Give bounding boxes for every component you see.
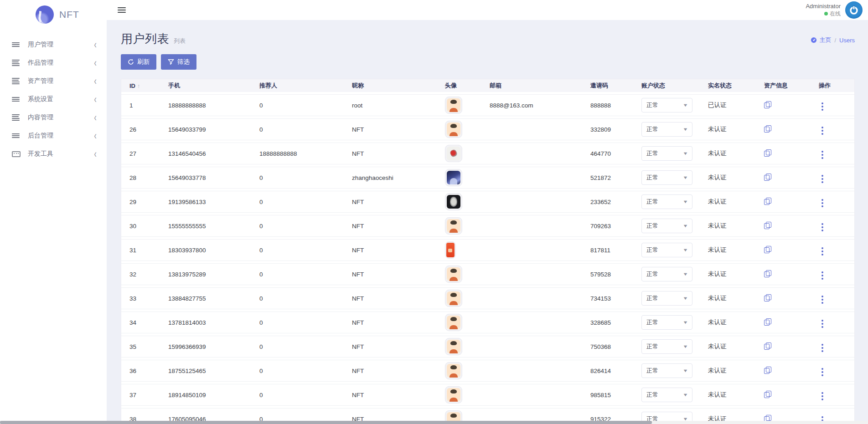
- sidebar-item-7[interactable]: 开发工具‹: [0, 145, 107, 163]
- avatar[interactable]: [445, 314, 462, 331]
- copy-icon[interactable]: [764, 391, 771, 398]
- copy-icon[interactable]: [764, 125, 771, 133]
- col-email[interactable]: 邮箱: [481, 79, 582, 92]
- col-referrer[interactable]: 推荐人: [251, 79, 344, 92]
- more-actions-icon[interactable]: [819, 198, 826, 209]
- copy-icon[interactable]: [764, 101, 771, 108]
- sidebar-item-1[interactable]: 用户管理‹: [0, 36, 107, 54]
- cell-asset-info: [756, 360, 811, 382]
- more-actions-icon[interactable]: [819, 318, 826, 329]
- cell-actions: [811, 167, 855, 189]
- cell-actions: [811, 312, 855, 333]
- cell-referrer: 0: [251, 239, 344, 261]
- scrollbar-thumb[interactable]: [0, 421, 652, 424]
- avatar[interactable]: [445, 145, 462, 162]
- avatar[interactable]: [445, 290, 462, 307]
- table-row: 28 15649033778 0 zhanghaoceshi 521872 正常…: [121, 167, 855, 189]
- account-status-select[interactable]: 正常 ▼: [641, 267, 692, 281]
- horizontal-scrollbar[interactable]: [0, 421, 868, 424]
- more-actions-icon[interactable]: [819, 270, 826, 281]
- more-actions-icon[interactable]: [819, 246, 826, 257]
- cell-phone: 18755125465: [160, 360, 251, 382]
- more-actions-icon[interactable]: [819, 125, 826, 136]
- sidebar-item-6[interactable]: 后台管理‹: [0, 127, 107, 145]
- cell-account-status: 正常 ▼: [633, 263, 700, 285]
- copy-icon[interactable]: [764, 149, 771, 157]
- cell-account-status: 正常 ▼: [633, 336, 700, 358]
- account-status-select[interactable]: 正常 ▼: [641, 243, 692, 257]
- copy-icon[interactable]: [764, 246, 771, 253]
- brand[interactable]: NFT: [0, 0, 107, 29]
- user-avatar[interactable]: [845, 1, 863, 19]
- chevron-left-icon: ‹: [94, 130, 97, 141]
- cell-referrer: 0: [251, 336, 344, 358]
- cell-avatar: [437, 360, 481, 382]
- copy-icon[interactable]: [764, 198, 771, 205]
- sidebar-item-4[interactable]: 系统设置‹: [0, 90, 107, 108]
- avatar[interactable]: [445, 386, 462, 404]
- avatar[interactable]: [445, 193, 462, 210]
- col-invite[interactable]: 邀请码: [582, 79, 633, 92]
- sidebar-item-3[interactable]: 资产管理‹: [0, 72, 107, 90]
- more-actions-icon[interactable]: [819, 294, 826, 305]
- account-status-select[interactable]: 正常 ▼: [641, 170, 692, 185]
- avatar[interactable]: [445, 121, 462, 138]
- more-actions-icon[interactable]: [819, 101, 826, 112]
- more-actions-icon[interactable]: [819, 342, 826, 353]
- account-status-select[interactable]: 正常 ▼: [641, 98, 692, 112]
- table-header-row: ID↑ 手机 推荐人 昵称 头像 邮箱 邀请码 账户状态 实名状态 资产信息 操…: [121, 79, 855, 92]
- account-status-select[interactable]: 正常 ▼: [641, 291, 692, 306]
- cell-asset-info: [756, 94, 811, 116]
- more-actions-icon[interactable]: [819, 367, 826, 378]
- account-status-select[interactable]: 正常 ▼: [641, 122, 692, 137]
- copy-icon[interactable]: [764, 342, 771, 350]
- copy-icon[interactable]: [764, 174, 771, 181]
- toolbar: 刷新 筛选: [121, 54, 855, 70]
- breadcrumb-home-link[interactable]: 主页: [811, 36, 831, 44]
- account-status-select[interactable]: 正常 ▼: [641, 219, 692, 233]
- avatar[interactable]: [445, 241, 456, 259]
- col-id[interactable]: ID↑: [121, 79, 160, 92]
- avatar[interactable]: [445, 217, 462, 235]
- cell-id: 34: [121, 312, 160, 333]
- sidebar-item-2[interactable]: 作品管理‹: [0, 54, 107, 72]
- more-actions-icon[interactable]: [819, 149, 826, 160]
- filter-button[interactable]: 筛选: [161, 54, 196, 70]
- avatar[interactable]: [445, 97, 462, 114]
- col-nickname[interactable]: 昵称: [344, 79, 437, 92]
- account-status-select[interactable]: 正常 ▼: [641, 363, 692, 378]
- copy-icon[interactable]: [764, 270, 771, 277]
- account-status-select[interactable]: 正常 ▼: [641, 388, 692, 402]
- account-status-select[interactable]: 正常 ▼: [641, 194, 692, 209]
- cell-invite: 888888: [582, 94, 633, 116]
- sort-asc-icon: ↑: [137, 83, 140, 89]
- more-actions-icon[interactable]: [819, 222, 826, 233]
- cell-avatar: [437, 287, 481, 309]
- power-icon: [848, 5, 859, 15]
- account-status-select[interactable]: 正常 ▼: [641, 339, 692, 354]
- copy-icon[interactable]: [764, 294, 771, 301]
- copy-icon[interactable]: [764, 367, 771, 374]
- cell-referrer: 0: [251, 215, 344, 237]
- copy-icon[interactable]: [764, 222, 771, 229]
- avatar[interactable]: [445, 266, 462, 283]
- col-phone[interactable]: 手机: [160, 79, 251, 92]
- account-status-select[interactable]: 正常 ▼: [641, 146, 692, 161]
- cell-realname-status: 未认证: [700, 167, 756, 189]
- refresh-button[interactable]: 刷新: [121, 54, 156, 70]
- table-row: 26 15649033799 0 NFT 332809 正常 ▼ 未认证: [121, 118, 855, 140]
- account-status-select[interactable]: 正常 ▼: [641, 315, 692, 330]
- list-icon: [12, 97, 20, 102]
- copy-icon[interactable]: [764, 318, 771, 326]
- avatar[interactable]: [445, 169, 462, 186]
- more-actions-icon[interactable]: [819, 174, 826, 184]
- cell-email: [481, 215, 582, 237]
- cell-account-status: 正常 ▼: [633, 312, 700, 333]
- avatar[interactable]: [445, 362, 462, 379]
- more-actions-icon[interactable]: [819, 391, 826, 402]
- avatar[interactable]: [445, 338, 462, 355]
- cell-phone: 13813975289: [160, 263, 251, 285]
- cell-nickname: NFT: [344, 384, 437, 406]
- sidebar-item-5[interactable]: 内容管理‹: [0, 108, 107, 127]
- sidebar-toggle-icon[interactable]: [118, 7, 126, 13]
